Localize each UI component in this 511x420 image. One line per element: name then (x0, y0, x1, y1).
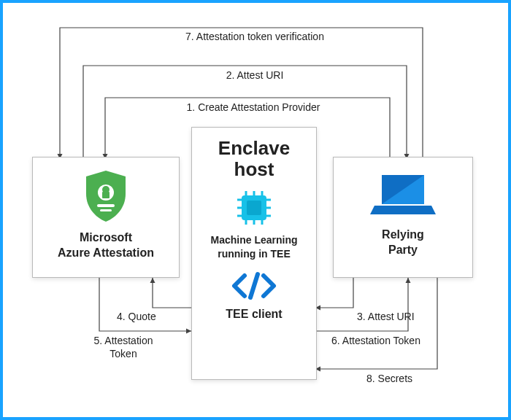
step-3-label: 3. Attest URI (357, 311, 415, 322)
label-line: running in TEE (218, 248, 291, 260)
shield-icon (33, 169, 179, 226)
azure-attestation-box: Microsoft Azure Attestation (32, 157, 180, 278)
step-1-label: 1. Create Attestation Provider (169, 101, 337, 113)
label-line: Machine Learning (210, 234, 297, 246)
relying-party-title: Relying Party (334, 228, 472, 258)
code-icon (192, 271, 316, 303)
step-4-label: 4. Quote (117, 311, 156, 322)
label-line: host (234, 158, 274, 180)
svg-rect-2 (102, 192, 110, 198)
enclave-ml-label: Machine Learning running in TEE (192, 233, 316, 261)
label-line: Relying (382, 228, 424, 241)
svg-rect-3 (97, 204, 115, 207)
enclave-host-title: Enclave host (192, 138, 316, 179)
svg-rect-6 (247, 201, 261, 215)
label-line: Azure Attestation (58, 246, 154, 259)
relying-party-box: Relying Party (333, 157, 473, 278)
label-line: Party (388, 244, 418, 256)
label-line: 5. Attestation (94, 335, 153, 346)
step-7-label: 7. Attestation token verification (149, 31, 361, 42)
step-2-label: 2. Attest URI (193, 69, 317, 81)
svg-marker-22 (370, 206, 436, 214)
label-line: Token (110, 348, 137, 359)
svg-line-19 (250, 274, 258, 298)
label-line: Enclave (218, 137, 290, 159)
svg-rect-4 (100, 209, 112, 211)
diagram-frame: Microsoft Azure Attestation Enclave host… (0, 0, 511, 420)
enclave-host-box: Enclave host Machine Learning running in… (191, 127, 317, 380)
step-8-label: 8. Secrets (366, 373, 412, 384)
step-6-label: 6. Attestation Token (331, 335, 420, 346)
chip-icon (192, 188, 316, 230)
tee-client-label: TEE client (192, 306, 316, 322)
azure-attestation-title: Microsoft Azure Attestation (33, 230, 179, 261)
label-line: Microsoft (80, 231, 132, 244)
step-5-label: 5. Attestation Token (76, 335, 171, 360)
laptop-icon (334, 172, 472, 220)
